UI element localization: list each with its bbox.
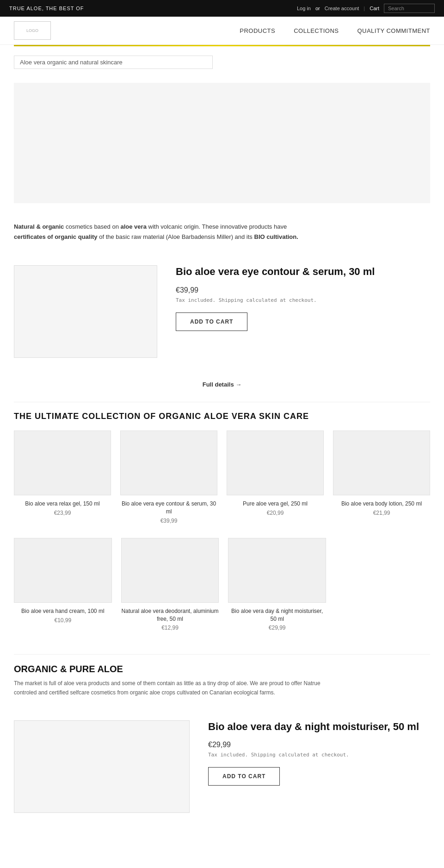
nav-quality-commitment[interactable]: QUALITY COMMITMENT: [357, 27, 430, 34]
featured-product-2-price: €29,99: [208, 741, 430, 749]
featured-product-1-info: Bio aloe vera eye contour & serum, 30 ml…: [176, 265, 430, 331]
featured-product-2: Bio aloe vera day & night moisturiser, 5…: [0, 711, 444, 831]
product-name-5: Natural aloe vera deodorant, aluminium f…: [121, 607, 219, 623]
product-image-4: [14, 538, 112, 603]
organic-title: ORGANIC & PURE ALOE: [14, 664, 430, 674]
product-name-1: Bio aloe vera eye contour & serum, 30 ml: [120, 500, 217, 516]
separator: |: [364, 6, 365, 11]
product-image-1: [120, 431, 217, 495]
product-name-6: Bio aloe vera day & night moisturiser, 5…: [228, 607, 326, 623]
product-price-6: €29,99: [228, 624, 326, 631]
featured-product-1: Bio aloe vera eye contour & serum, 30 ml…: [0, 256, 444, 376]
collection-section: THE ULTIMATE COLLECTION OF ORGANIC ALOE …: [0, 402, 444, 654]
products-grid-row1: Bio aloe vera relax gel, 150 ml €23,99 B…: [14, 431, 430, 524]
product-price-3: €21,99: [333, 510, 430, 516]
login-link[interactable]: Log in: [297, 6, 311, 11]
hero-subtitle: Aloe vera organic and natural skincare: [14, 56, 213, 69]
add-to-cart-button-1[interactable]: ADD TO CART: [176, 312, 247, 331]
hero-section: Aloe vera organic and natural skincare: [0, 46, 444, 74]
product-card-6: Bio aloe vera day & night moisturiser, 5…: [228, 538, 326, 631]
product-name-4: Bio aloe vera hand cream, 100 ml: [14, 607, 112, 615]
bold-aloe-vera: aloe vera: [121, 223, 147, 230]
product-card-0: Bio aloe vera relax gel, 150 ml €23,99: [14, 431, 111, 524]
product-name-2: Pure aloe vera gel, 250 ml: [227, 500, 324, 508]
add-to-cart-button-2[interactable]: ADD TO CART: [208, 767, 280, 786]
main-nav: PRODUCTS COLLECTIONS QUALITY COMMITMENT: [240, 27, 430, 34]
product-price-2: €20,99: [227, 510, 324, 516]
featured-product-1-price: €39,99: [176, 286, 430, 294]
product-name-3: Bio aloe vera body lotion, 250 ml: [333, 500, 430, 508]
full-details-link[interactable]: Full details →: [203, 381, 242, 388]
or-separator: or: [315, 6, 320, 11]
cart-link[interactable]: Cart: [370, 6, 379, 11]
product-price-1: €39,99: [120, 518, 217, 524]
desc-text-3: of the basic raw material (Aloe Barbaden…: [99, 233, 254, 240]
product-image-0: [14, 431, 111, 495]
search-input[interactable]: [384, 4, 435, 13]
featured-product-1-tax: Tax included. Shipping calculated at che…: [176, 297, 430, 303]
bold-natural-organic: Natural & organic: [14, 223, 64, 230]
product-card-3: Bio aloe vera body lotion, 250 ml €21,99: [333, 431, 430, 524]
nav-products[interactable]: PRODUCTS: [240, 27, 275, 34]
product-card-4: Bio aloe vera hand cream, 100 ml €10,99: [14, 538, 112, 631]
desc-text-1: cosmetics based on: [66, 223, 121, 230]
description-text: Natural & organic cosmetics based on alo…: [0, 212, 324, 256]
bold-bio: BIO cultivation.: [254, 233, 298, 240]
nav-collections[interactable]: COLLECTIONS: [294, 27, 339, 34]
nav-bar: LOGO PRODUCTS COLLECTIONS QUALITY COMMIT…: [0, 17, 444, 45]
product-card-5: Natural aloe vera deodorant, aluminium f…: [121, 538, 219, 631]
desc-text-2: with volcanic origin. These innovative p…: [148, 223, 287, 230]
product-card-1: Bio aloe vera eye contour & serum, 30 ml…: [120, 431, 217, 524]
product-price-4: €10,99: [14, 617, 112, 624]
hero-image: [14, 83, 430, 203]
full-details: Full details →: [0, 376, 444, 402]
brand-name: TRUE ALOE, THE BEST OF: [9, 6, 84, 11]
featured-product-1-image: [14, 265, 157, 358]
product-price-0: €23,99: [14, 510, 111, 516]
product-price-5: €12,99: [121, 624, 219, 631]
collection-title: THE ULTIMATE COLLECTION OF ORGANIC ALOE …: [14, 412, 430, 421]
create-account-link[interactable]: Create account: [325, 6, 359, 11]
featured-product-2-info: Bio aloe vera day & night moisturiser, 5…: [208, 720, 430, 786]
product-image-5: [121, 538, 219, 603]
products-grid-row2: Bio aloe vera hand cream, 100 ml €10,99 …: [14, 538, 326, 631]
featured-product-2-tax: Tax included. Shipping calculated at che…: [208, 752, 430, 758]
product-image-3: [333, 431, 430, 495]
product-image-2: [227, 431, 324, 495]
organic-text: The market is full of aloe vera products…: [14, 679, 328, 697]
top-bar-right: Log in or Create account | Cart: [297, 4, 435, 13]
product-card-2: Pure aloe vera gel, 250 ml €20,99: [227, 431, 324, 524]
featured-product-1-title: Bio aloe vera eye contour & serum, 30 ml: [176, 265, 430, 279]
product-name-0: Bio aloe vera relax gel, 150 ml: [14, 500, 111, 508]
featured-product-2-title: Bio aloe vera day & night moisturiser, 5…: [208, 720, 430, 734]
site-logo: LOGO: [14, 21, 51, 40]
top-bar: TRUE ALOE, THE BEST OF Log in or Create …: [0, 0, 444, 17]
bold-certificates: certificates of organic quality: [14, 233, 98, 240]
product-image-6: [228, 538, 326, 603]
featured-product-2-image: [14, 720, 190, 813]
organic-section: ORGANIC & PURE ALOE The market is full o…: [0, 655, 444, 711]
